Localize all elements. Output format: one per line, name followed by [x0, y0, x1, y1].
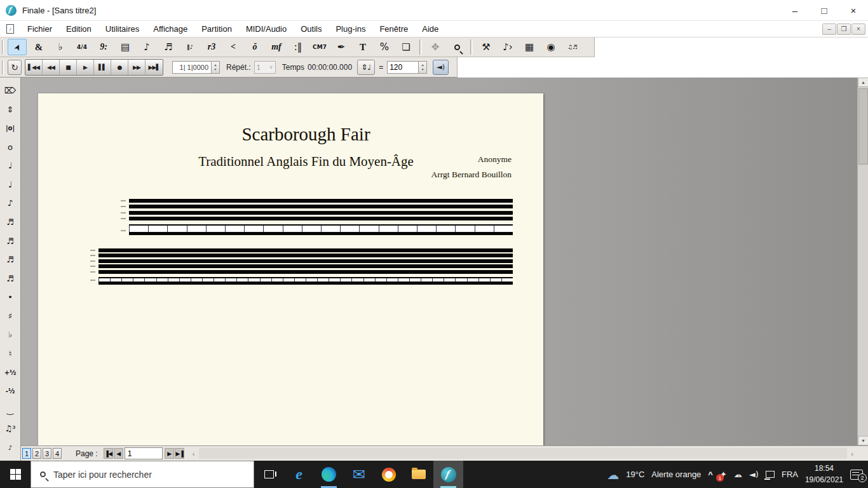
repeat-tool[interactable]: :‖ [288, 39, 308, 55]
internet-explorer-button[interactable]: e [284, 461, 314, 488]
staff-tool[interactable]: & [29, 39, 48, 55]
taskbar-search[interactable]: Taper ici pour rechercher [31, 461, 254, 488]
whole-note[interactable]: o [2, 140, 18, 154]
playback-mode-button[interactable]: ↻ [8, 60, 22, 75]
quarter-note[interactable]: ♩ [2, 177, 18, 191]
start-button[interactable] [0, 461, 31, 488]
augmentation-dot[interactable]: • [2, 290, 18, 304]
thirty-second-note[interactable]: ♬ [2, 234, 18, 248]
eighth-note[interactable]: ♪ [2, 196, 18, 210]
weather-icon[interactable]: ☁ [607, 468, 619, 482]
chord-tool[interactable]: CM7 [310, 39, 329, 55]
scroll-down-button[interactable]: ▼ [858, 436, 868, 445]
audio-settings-button[interactable]: ◄) [433, 60, 449, 75]
simple-entry-tool[interactable]: ♪ [137, 39, 156, 55]
tray-expand-button[interactable]: ^ [708, 470, 713, 479]
record-button[interactable]: ● [111, 60, 128, 75]
play-button[interactable]: ▶ [77, 60, 94, 75]
volume-icon[interactable]: ◄) [749, 470, 759, 479]
temperature[interactable]: 19°C [626, 470, 644, 479]
task-view-button[interactable] [254, 461, 284, 488]
flat[interactable]: ♭ [2, 328, 18, 342]
tempo-spinner[interactable]: ▲▼ [419, 61, 427, 74]
position-spinner[interactable]: ▲▼ [212, 61, 220, 74]
pause-button[interactable]: ▌▌ [94, 60, 111, 75]
repeat-dropdown[interactable]: 1 ∨ [254, 61, 276, 74]
page-button-2[interactable]: 2 [32, 448, 41, 459]
mdi-close-button[interactable]: × [851, 24, 865, 35]
finale-taskbar-button[interactable] [433, 461, 463, 488]
previous-page-button[interactable]: ◀ [114, 448, 123, 459]
midi-audio-tool[interactable]: ◉ [541, 39, 560, 55]
lyrics-tool[interactable]: ✒ [332, 39, 351, 55]
expression-tool[interactable]: mf [267, 39, 286, 55]
staff-system-2[interactable] [98, 248, 513, 285]
mirror-tool[interactable]: % [375, 39, 394, 55]
mdi-minimize-button[interactable]: – [822, 24, 836, 35]
close-button[interactable]: × [839, 0, 868, 20]
minimize-button[interactable]: – [780, 0, 810, 20]
next-page-button[interactable]: ▶ [165, 448, 174, 459]
menu-plug-ins[interactable]: Plug-ins [329, 24, 372, 34]
smartshape-tool[interactable]: < [224, 39, 243, 55]
key-signature-tool[interactable]: ♭ [51, 39, 70, 55]
maximize-button[interactable]: □ [810, 0, 839, 20]
graphics-tool[interactable]: ♫♬ [563, 39, 582, 55]
rewind-button[interactable]: ◀◀ [43, 60, 60, 75]
page-button-1[interactable]: 1 [22, 448, 31, 459]
double-whole-note[interactable]: |o| [2, 121, 18, 135]
tuplet-tool[interactable]: r3 [202, 39, 221, 55]
menu-fichier[interactable]: Fichier [20, 24, 59, 34]
clock[interactable]: 18:54 19/06/2021 [805, 463, 843, 485]
half-note[interactable]: ♩ [2, 159, 18, 173]
sync-tray-icon[interactable]: ✦ 1 [720, 470, 727, 479]
edge-button[interactable] [314, 461, 344, 488]
notification-center-button[interactable]: 2 [850, 470, 863, 480]
selection-tool[interactable]: ➤ [8, 39, 27, 55]
lower-half-step[interactable]: -½ [2, 384, 18, 398]
language-indicator[interactable]: FRA [782, 470, 798, 479]
tuplet[interactable]: ♫³ [2, 422, 18, 436]
menu-outils[interactable]: Outils [294, 24, 329, 34]
first-page-button[interactable]: ▐◀ [104, 448, 113, 459]
mail-button[interactable]: ✉ [344, 461, 374, 488]
file-explorer-button[interactable] [403, 461, 433, 488]
hscroll-right-button[interactable]: › [848, 448, 857, 459]
weather-alert[interactable]: Alerte orange [651, 470, 701, 479]
duration-selector[interactable]: ⇕ [2, 102, 18, 116]
articulation-tool[interactable]: ŏ [245, 39, 264, 55]
hyperscribe-tool[interactable]: ‖♪ [180, 39, 200, 55]
sixty-fourth-note[interactable]: ♬ [2, 253, 18, 267]
tie[interactable]: ‿ [2, 403, 18, 417]
sharp[interactable]: ♯ [2, 309, 18, 323]
fast-forward-button[interactable]: ▶▶ [128, 60, 146, 75]
score-manager-tool[interactable]: ▦ [520, 39, 539, 55]
speedy-entry-tool[interactable]: ♬ [159, 39, 178, 55]
clef-tool[interactable]: 9: [94, 39, 113, 55]
vertical-scroll-thumb[interactable] [858, 88, 868, 165]
hand-grabber-tool[interactable]: ✥ [426, 39, 445, 55]
hscroll-left-button[interactable]: ‹ [189, 448, 198, 459]
staff-system-1[interactable] [129, 199, 513, 235]
natural[interactable]: ♮ [2, 346, 18, 360]
midi-tool[interactable]: ♪› [498, 39, 517, 55]
raise-half-step[interactable]: +½ [2, 365, 18, 379]
page-button-4[interactable]: 4 [53, 448, 62, 459]
scroll-up-button[interactable]: ▲ [858, 78, 868, 87]
last-page-button[interactable]: ▶▐ [175, 448, 184, 459]
zoom-tool[interactable] [447, 39, 466, 55]
playback-position-field[interactable]: 1| 1|0000 [172, 61, 212, 74]
score-page[interactable]: Scarborough Fair Traditionnel Anglais Fi… [38, 93, 543, 445]
eraser[interactable]: ⌦ [2, 84, 18, 98]
special-tools-tool[interactable]: ⚒ [477, 39, 496, 55]
menu-midi-audio[interactable]: MIDI/Audio [239, 24, 294, 34]
menu-edition[interactable]: Edition [59, 24, 98, 34]
go-to-start-button[interactable]: ▌◀◀ [25, 60, 43, 75]
page-button-3[interactable]: 3 [43, 448, 51, 459]
vertical-scrollbar[interactable]: ▲ ▼ [857, 78, 868, 445]
secure-browser-button[interactable] [374, 461, 403, 488]
onedrive-warning-icon[interactable]: ☁ ! [734, 470, 742, 479]
measure-tool[interactable]: ▤ [116, 39, 135, 55]
menu-aide[interactable]: Aide [415, 24, 445, 34]
page-layout-tool[interactable]: ❏ [397, 39, 416, 55]
